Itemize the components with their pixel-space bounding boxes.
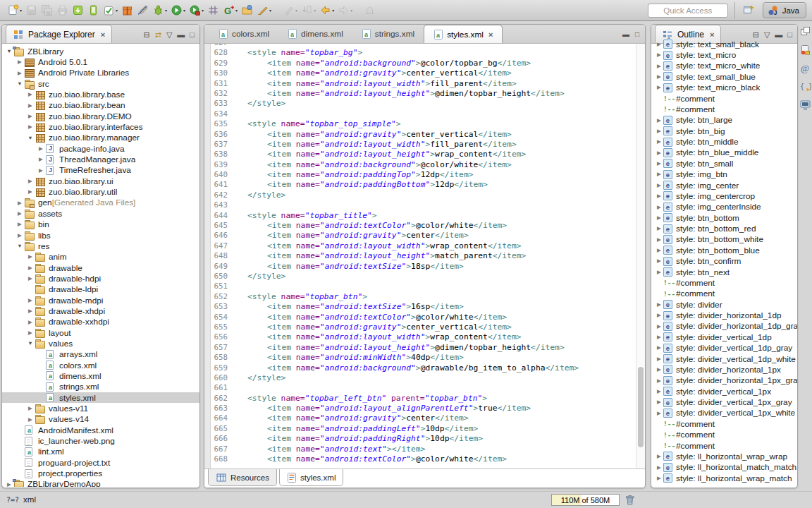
last-edit-location-button[interactable]: ▾ <box>281 2 299 19</box>
expand-arrow-icon[interactable]: ▶ <box>26 189 35 195</box>
console-view-button[interactable] <box>799 99 811 111</box>
android-lint-button[interactable] <box>120 2 135 19</box>
quick-access-input[interactable] <box>648 4 728 18</box>
run-button[interactable]: ▾ <box>169 2 187 19</box>
outline-item-comment-36[interactable]: !--#comment <box>651 430 797 440</box>
code-line[interactable]: 653<item name="android:textSize">16sp</i… <box>211 302 636 312</box>
expand-arrow-icon[interactable]: ▶ <box>655 85 663 90</box>
tree-item-zuo-biao-library-interfaces[interactable]: ▶zuo.biao.library.interfaces <box>2 121 199 132</box>
tree-item-colors-xml[interactable]: colors.xml <box>2 360 199 370</box>
outline-item-style-divider-vertical-1px[interactable]: ▶estyle: divider_vertical_1px <box>651 386 797 397</box>
forward-button[interactable]: ▾ <box>336 2 354 19</box>
expand-arrow-icon[interactable]: ▶ <box>655 411 663 416</box>
back-button[interactable]: ▾ <box>318 2 336 19</box>
outline-item-comment-35[interactable]: !--#comment <box>651 418 797 429</box>
expand-arrow-icon[interactable]: ▶ <box>16 200 24 206</box>
outline-item-style-divider[interactable]: ▶estyle: divider <box>651 299 797 310</box>
tree-item-styles-xml[interactable]: styles.xml <box>2 392 199 403</box>
editor-tab-styles-xml[interactable]: astyles.xml× <box>424 25 503 43</box>
expand-arrow-icon[interactable]: ▶ <box>16 59 24 65</box>
expand-arrow-icon[interactable]: ▶ <box>655 226 663 231</box>
code-line[interactable]: 629<item name="android:background">@colo… <box>211 59 636 68</box>
expand-arrow-icon[interactable]: ▶ <box>655 399 663 405</box>
code-line[interactable]: 641<item name="android:paddingBottom">12… <box>211 180 636 190</box>
expand-arrow-icon[interactable]: ▶ <box>26 320 35 325</box>
editor-tab-colors-xml[interactable]: acolors.xml <box>209 25 278 43</box>
expand-arrow-icon[interactable]: ▶ <box>655 171 663 177</box>
expand-arrow-icon[interactable]: ▶ <box>16 211 24 217</box>
expand-arrow-icon[interactable]: ▶ <box>655 389 663 394</box>
outline-item-style-btn-bottom-red[interactable]: ▶estyle: btn_bottom_red <box>651 223 797 234</box>
code-line[interactable]: 663<item name="android:layout_alignParen… <box>211 404 636 413</box>
java-perspective-button[interactable]: J Java <box>763 2 806 18</box>
tree-item-strings-xml[interactable]: strings.xml <box>2 382 199 392</box>
tree-item-dimens-xml[interactable]: dimens.xml <box>2 370 199 381</box>
code-line[interactable]: 666<item name="android:paddingRight">10d… <box>211 434 636 444</box>
expand-arrow-icon[interactable]: ▶ <box>655 345 663 351</box>
outline-item-style-divider-horizontal-1px[interactable]: ▶estyle: divider_horizontal_1px <box>651 364 797 375</box>
expand-arrow-icon[interactable]: ▶ <box>655 205 663 210</box>
android-sdk-manager-button[interactable] <box>70 2 85 19</box>
expand-arrow-icon[interactable]: ▶ <box>16 233 24 238</box>
expand-arrow-icon[interactable]: ▶ <box>655 324 663 329</box>
tree-item-package-info-java[interactable]: ▶package-info.java <box>2 143 199 154</box>
outline-item-style-btn-blue-middle[interactable]: ▶estyle: btn_blue_middle <box>651 147 797 158</box>
task-list-button[interactable] <box>799 44 811 56</box>
tree-item-android-private-libraries[interactable]: ▶Android Private Libraries <box>2 68 199 78</box>
expand-arrow-icon[interactable]: ▶ <box>655 52 663 58</box>
code-line[interactable]: 647<item name="android:layout_width">wra… <box>211 241 636 251</box>
mode-tab-styles-xml[interactable]: styles.xml <box>279 469 343 486</box>
toggle-mark-occurrences-button[interactable] <box>135 2 150 19</box>
outline-view-menu-button[interactable]: ▽ <box>764 31 770 39</box>
tree-item-zuo-biao-library-ui[interactable]: ▶zuo.biao.library.ui <box>2 176 199 186</box>
code-line[interactable]: 650</style> <box>211 272 636 282</box>
tree-item-project-properties[interactable]: project.properties <box>2 468 199 478</box>
expand-arrow-icon[interactable]: ▶ <box>26 92 35 97</box>
code-line[interactable]: 642</style> <box>211 190 636 200</box>
save-all-button[interactable] <box>39 2 54 19</box>
expand-arrow-icon[interactable]: ▶ <box>655 313 663 318</box>
expand-arrow-icon[interactable]: ▶ <box>655 334 663 340</box>
tree-item-android-5-0-1[interactable]: ▶Android 5.0.1 <box>2 56 199 67</box>
code-line[interactable]: 646<item name="android:gravity">center</… <box>211 231 636 241</box>
outline-item-style-btn-small[interactable]: ▶estyle: btn_small <box>651 158 797 169</box>
tree-item-ic-launcher-web-png[interactable]: ic_launcher-web.png <box>2 435 199 446</box>
close-icon[interactable]: × <box>710 30 714 39</box>
tree-item-res[interactable]: ▼res <box>2 241 199 251</box>
code-line[interactable]: 632<item name="android:layout_height">@d… <box>211 89 636 99</box>
tree-item-bin[interactable]: ▶bin <box>2 219 199 230</box>
outline-item-style-img-centerinside[interactable]: ▶estyle: img_centerInside <box>651 202 797 212</box>
outline-item-style-btn-bottom-blue[interactable]: ▶estyle: btn_bottom_blue <box>651 245 797 255</box>
open-perspective-button[interactable] <box>742 2 756 19</box>
pkg-collapse-all-button[interactable]: ⊟ <box>143 31 149 39</box>
code-line[interactable]: 639<item name="android:background">@colo… <box>211 160 636 170</box>
run-external-tools-button[interactable]: ▾ <box>187 2 205 19</box>
tree-item-androidmanifest-xml[interactable]: AndroidManifest.xml <box>2 425 199 435</box>
expand-arrow-icon[interactable]: ▶ <box>655 193 663 199</box>
expand-arrow-icon[interactable]: ▶ <box>26 276 35 282</box>
tree-item-src[interactable]: ▼src <box>2 78 199 89</box>
expand-arrow-icon[interactable]: ▶ <box>26 103 35 109</box>
expand-arrow-icon[interactable]: ▶ <box>655 248 663 253</box>
mode-tab-resources[interactable]: Resources <box>208 469 277 486</box>
code-line[interactable]: 640<item name="android:paddingTop">12dp<… <box>211 170 636 180</box>
tree-item-values-v14[interactable]: ▶values-v14 <box>2 414 199 425</box>
expand-arrow-icon[interactable]: ▶ <box>655 183 663 188</box>
outline-item-comment-5[interactable]: !--#comment <box>651 93 797 104</box>
outline-item-comment-22[interactable]: !--#comment <box>651 277 797 288</box>
tree-item-layout[interactable]: ▶layout <box>2 327 199 338</box>
expand-arrow-icon[interactable]: ▶ <box>26 265 35 271</box>
new-wizard-button[interactable]: ▾ <box>6 2 23 19</box>
outline-item-comment-23[interactable]: !--#comment <box>651 289 797 299</box>
outline-item-style-ll-horizontal-wrap-match[interactable]: ▶estyle: ll_horizontal_wrap_match <box>651 473 797 483</box>
code-line[interactable]: 648<item name="android:layout_height">ma… <box>211 251 636 261</box>
tree-item-values[interactable]: ▼values <box>2 338 199 349</box>
coverage-button[interactable]: G▾ <box>221 2 239 19</box>
outline-item-style-divider-vertical-1dp-gray[interactable]: ▶estyle: divider_vertical_1dp_gray <box>651 343 797 353</box>
tree-item-drawable-ldpi[interactable]: drawable-ldpi <box>2 284 199 295</box>
code-line[interactable]: 658<item name="android:minWidth">40dp</i… <box>211 353 636 363</box>
outline-item-style-btn-next[interactable]: ▶estyle: btn_next <box>651 267 797 277</box>
editor-scrollbar[interactable] <box>636 44 645 468</box>
collapse-arrow-icon[interactable]: ▼ <box>16 243 24 249</box>
code-line[interactable]: 665<item name="android:paddingLeft">10dp… <box>211 424 636 434</box>
